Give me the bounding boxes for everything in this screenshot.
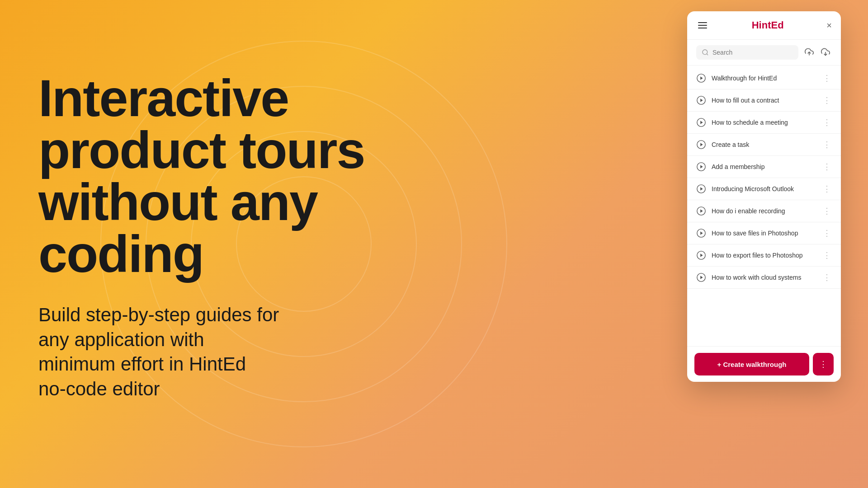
list-item-more-button[interactable]: ⋮ <box>822 95 832 105</box>
svg-marker-7 <box>700 99 703 102</box>
list-item-more-button[interactable]: ⋮ <box>822 272 832 282</box>
list-item-more-button[interactable]: ⋮ <box>822 73 832 83</box>
list-item-label: How to save files in Photoshop <box>712 230 816 237</box>
list-item-more-button[interactable]: ⋮ <box>822 250 832 260</box>
svg-marker-5 <box>700 76 703 80</box>
list-item[interactable]: How do i enable recording ⋮ <box>687 200 841 222</box>
search-input-wrapper <box>696 45 798 60</box>
list-item-label: Create a task <box>712 141 816 148</box>
play-icon <box>696 206 706 216</box>
title-prefix: Hint <box>752 19 771 31</box>
play-icon <box>696 73 706 83</box>
list-item[interactable]: Walkthrough for HintEd ⋮ <box>687 67 841 89</box>
close-icon: × <box>826 20 832 30</box>
hinted-widget: HintEd × <box>687 11 841 382</box>
list-divider <box>687 288 841 289</box>
widget-header: HintEd × <box>687 11 841 40</box>
list-item[interactable]: How to save files in Photoshop ⋮ <box>687 222 841 244</box>
svg-marker-17 <box>700 209 703 212</box>
svg-point-0 <box>703 50 708 55</box>
download-button[interactable] <box>819 46 832 60</box>
list-item-more-button[interactable]: ⋮ <box>822 228 832 238</box>
hero-title: Interactive product tours without any co… <box>38 72 481 280</box>
list-item-label: How to schedule a meeting <box>712 119 816 126</box>
list-item-label: How do i enable recording <box>712 207 816 215</box>
list-item-more-button[interactable]: ⋮ <box>822 184 832 194</box>
hero-subtitle: Build step-by-step guides for any applic… <box>38 303 481 401</box>
list-item-label: Walkthrough for HintEd <box>712 75 816 82</box>
play-icon <box>696 140 706 150</box>
list-item-more-button[interactable]: ⋮ <box>822 140 832 150</box>
play-icon <box>696 117 706 127</box>
upload-icon <box>805 47 814 56</box>
walkthrough-list: Walkthrough for HintEd ⋮ How to fill out… <box>687 66 841 346</box>
play-icon <box>696 228 706 238</box>
search-bar <box>687 40 841 66</box>
menu-line-3 <box>698 28 707 28</box>
play-icon <box>696 95 706 105</box>
hero-section: Interactive product tours without any co… <box>38 72 481 401</box>
widget-title: HintEd <box>752 19 784 31</box>
menu-line-1 <box>698 22 707 23</box>
footer-more-button[interactable]: ⋮ <box>813 353 834 375</box>
play-icon <box>696 184 706 194</box>
menu-button[interactable] <box>696 20 709 30</box>
close-button[interactable]: × <box>826 21 832 30</box>
svg-line-1 <box>707 54 708 55</box>
list-item-label: How to work with cloud systems <box>712 274 816 281</box>
list-item-more-button[interactable]: ⋮ <box>822 117 832 127</box>
list-item-label: Introducing Microsoft Outlook <box>712 185 816 192</box>
list-item[interactable]: How to export files to Photoshop ⋮ <box>687 244 841 266</box>
list-item[interactable]: How to fill out a contract ⋮ <box>687 89 841 111</box>
upload-button[interactable] <box>803 46 816 60</box>
search-actions <box>803 46 832 60</box>
list-item-label: Add a membership <box>712 163 816 170</box>
list-item-label: How to export files to Photoshop <box>712 252 816 259</box>
footer-more-icon: ⋮ <box>819 359 827 369</box>
list-item[interactable]: Add a membership ⋮ <box>687 156 841 178</box>
list-item-label: How to fill out a contract <box>712 97 816 104</box>
svg-marker-21 <box>700 253 703 257</box>
download-icon <box>821 47 830 56</box>
search-icon <box>702 49 709 56</box>
title-suffix: Ed <box>771 19 783 31</box>
create-walkthrough-button[interactable]: + Create walkthrough <box>694 353 809 375</box>
list-item[interactable]: How to work with cloud systems ⋮ <box>687 267 841 288</box>
svg-marker-9 <box>700 121 703 124</box>
widget-footer: + Create walkthrough ⋮ <box>687 346 841 382</box>
svg-marker-11 <box>700 143 703 146</box>
play-icon <box>696 162 706 172</box>
list-item[interactable]: Introducing Microsoft Outlook ⋮ <box>687 178 841 200</box>
list-item[interactable]: Create a task ⋮ <box>687 134 841 155</box>
list-item[interactable]: How to schedule a meeting ⋮ <box>687 112 841 133</box>
svg-marker-13 <box>700 165 703 168</box>
svg-marker-19 <box>700 231 703 235</box>
menu-line-2 <box>698 25 707 26</box>
play-icon <box>696 250 706 260</box>
create-walkthrough-label: + Create walkthrough <box>717 361 787 368</box>
play-icon <box>696 272 706 282</box>
list-item-more-button[interactable]: ⋮ <box>822 206 832 216</box>
list-item-more-button[interactable]: ⋮ <box>822 162 832 172</box>
svg-marker-15 <box>700 187 703 190</box>
svg-marker-23 <box>700 276 703 279</box>
search-input[interactable] <box>712 49 793 56</box>
